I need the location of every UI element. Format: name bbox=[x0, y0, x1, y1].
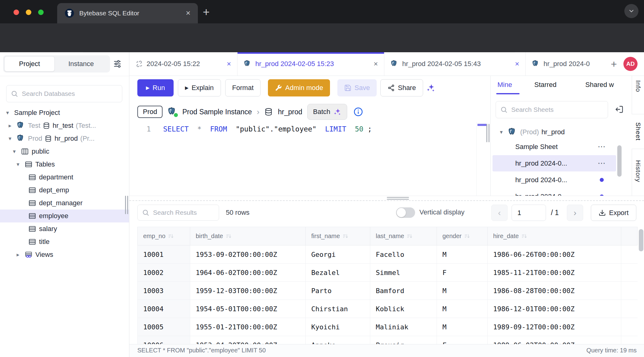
tree-item-hr-prod[interactable]: ▾ Prod hr_prod (Pr... bbox=[0, 132, 129, 145]
cell[interactable]: 1986-12-01T00:00:00Z bbox=[488, 300, 621, 318]
cell[interactable]: 1986-06-26T00:00:00Z bbox=[488, 245, 621, 263]
cell[interactable]: M bbox=[437, 282, 488, 300]
cell[interactable]: 1953-04-20T00:00:00Z bbox=[190, 336, 306, 344]
cell[interactable]: Koblick bbox=[370, 300, 437, 318]
cell[interactable]: 1959-12-03T00:00:00Z bbox=[190, 282, 306, 300]
tab-project[interactable]: Project bbox=[4, 56, 55, 72]
cell[interactable]: Parto bbox=[306, 282, 370, 300]
cell[interactable]: Chirstian bbox=[306, 300, 370, 318]
cell[interactable]: M bbox=[437, 245, 488, 263]
caret-down-icon[interactable]: ▾ bbox=[9, 135, 17, 142]
close-icon[interactable]: × bbox=[515, 60, 519, 68]
sheet-item[interactable]: hr_prod 2024-0... bbox=[493, 188, 616, 196]
prev-page-button[interactable]: ‹ bbox=[491, 205, 508, 221]
sort-icon[interactable] bbox=[226, 233, 232, 239]
column-header[interactable]: hire_date bbox=[488, 227, 621, 245]
tree-item-table-dept-emp[interactable]: dept_emp bbox=[0, 184, 129, 197]
table-row[interactable]: 10004 1954-05-01T00:00:00Z Chirstian Kob… bbox=[137, 300, 638, 318]
cell[interactable]: M bbox=[437, 318, 488, 336]
column-header[interactable]: birth_date bbox=[190, 227, 306, 245]
tab-shared[interactable]: Shared w bbox=[585, 81, 614, 89]
tab-history[interactable]: History bbox=[634, 160, 642, 182]
database-name[interactable]: hr_prod bbox=[278, 108, 302, 116]
sheet-item[interactable]: hr_prod 2024-0... bbox=[493, 172, 616, 188]
cell[interactable]: Georgi bbox=[306, 245, 370, 263]
new-tab-button[interactable]: + bbox=[203, 4, 210, 20]
database-search[interactable] bbox=[6, 85, 122, 102]
cell[interactable]: 1955-01-21T00:00:00Z bbox=[190, 318, 306, 336]
cell[interactable]: 10004 bbox=[137, 300, 190, 318]
cell[interactable]: Kyoichi bbox=[306, 318, 370, 336]
table-row[interactable]: 10005 1955-01-21T00:00:00Z Kyoichi Malin… bbox=[137, 318, 638, 336]
ai-assistant-button[interactable] bbox=[426, 83, 435, 92]
results-resize-divider[interactable] bbox=[129, 196, 644, 200]
cell[interactable]: 1985-11-21T00:00:00Z bbox=[488, 264, 621, 281]
filter-button[interactable] bbox=[112, 59, 122, 69]
mac-minimize-button[interactable] bbox=[26, 10, 31, 15]
table-row[interactable]: 10003 1959-12-03T00:00:00Z Parto Bamford… bbox=[137, 282, 638, 300]
tree-item-table-department[interactable]: department bbox=[0, 171, 129, 184]
tab-starred[interactable]: Starred bbox=[534, 81, 556, 89]
cell[interactable]: Bamford bbox=[370, 282, 437, 300]
caret-down-icon[interactable]: ▾ bbox=[17, 161, 25, 168]
cell[interactable]: 10001 bbox=[137, 245, 190, 263]
sheet-group-row[interactable]: ▾ (Prod) hr_prod bbox=[491, 125, 632, 139]
sheet-tab[interactable]: hr_prod 2024-02-05 15:43 × bbox=[384, 52, 526, 76]
tab-info[interactable]: Info bbox=[634, 80, 642, 92]
database-search-input[interactable] bbox=[21, 90, 118, 98]
page-number-input[interactable] bbox=[512, 205, 546, 221]
close-icon[interactable]: × bbox=[227, 60, 231, 68]
table-row[interactable]: 10006 1953-04-20T00:00:00Z Anneke Preusi… bbox=[137, 336, 638, 344]
browser-tab[interactable]: Bytebase SQL Editor × bbox=[57, 3, 198, 23]
cell[interactable]: 1989-09-12T00:00:00Z bbox=[488, 318, 621, 336]
sql-code-line[interactable]: SELECT * FROM "public"."employee" LIMIT … bbox=[163, 125, 372, 133]
caret-down-icon[interactable]: ▾ bbox=[13, 148, 21, 155]
cell[interactable]: F bbox=[437, 264, 488, 281]
instance-name[interactable]: Prod Sample Instance bbox=[182, 108, 252, 116]
tree-item-table-salary[interactable]: salary bbox=[0, 222, 129, 235]
column-header[interactable]: emp_no bbox=[137, 227, 190, 245]
vertical-display-toggle[interactable] bbox=[396, 207, 415, 218]
tree-item-hr-test[interactable]: ▸ Test hr_test (Test... bbox=[0, 119, 129, 132]
sort-icon[interactable] bbox=[406, 233, 413, 239]
more-menu-icon[interactable]: ⋯ bbox=[598, 159, 606, 168]
sheet-search[interactable] bbox=[496, 101, 608, 118]
tree-item-table-employee[interactable]: employee bbox=[0, 210, 129, 222]
tree-item-table-title[interactable]: title bbox=[0, 235, 129, 248]
tab-mine[interactable]: Mine bbox=[497, 81, 512, 89]
cell[interactable]: 1964-06-02T00:00:00Z bbox=[190, 264, 306, 281]
caret-right-icon[interactable]: ▸ bbox=[9, 122, 17, 129]
sheet-item[interactable]: Sample Sheet ⋯ bbox=[493, 139, 616, 155]
tree-item-schema-public[interactable]: ▾ public bbox=[0, 145, 129, 158]
tree-item-project[interactable]: ▾ Sample Project bbox=[0, 106, 129, 119]
sheet-list-scrollbar[interactable] bbox=[617, 145, 622, 177]
cell[interactable]: Preusig bbox=[370, 336, 437, 344]
table-row[interactable]: 10001 1953-09-02T00:00:00Z Georgi Facell… bbox=[137, 245, 638, 264]
sheet-item-selected[interactable]: hr_prod 2024-0... ⋯ bbox=[493, 155, 616, 171]
batch-button[interactable]: Batch bbox=[307, 104, 347, 120]
sort-icon[interactable] bbox=[521, 233, 527, 239]
add-sheet-button[interactable]: + bbox=[608, 58, 620, 70]
sort-icon[interactable] bbox=[168, 233, 174, 239]
caret-down-icon[interactable]: ▾ bbox=[6, 109, 14, 116]
save-button[interactable]: Save bbox=[337, 79, 377, 96]
query-info-button[interactable] bbox=[353, 107, 363, 117]
cell[interactable]: Simmel bbox=[370, 264, 437, 281]
caret-right-icon[interactable]: ▸ bbox=[17, 251, 25, 258]
explain-button[interactable]: ▶ Explain bbox=[178, 79, 221, 96]
admin-mode-button[interactable]: Admin mode bbox=[268, 79, 330, 96]
tree-item-table-dept-manager[interactable]: dept_manager bbox=[0, 197, 129, 210]
column-header[interactable]: last_name bbox=[370, 227, 437, 245]
cell[interactable]: 1954-05-01T00:00:00Z bbox=[190, 300, 306, 318]
cell[interactable]: M bbox=[437, 300, 488, 318]
next-page-button[interactable]: › bbox=[567, 205, 583, 221]
user-avatar[interactable]: AD bbox=[623, 57, 638, 71]
sheet-search-input[interactable] bbox=[511, 106, 603, 114]
cell[interactable]: 10002 bbox=[137, 264, 190, 281]
cell[interactable]: 10006 bbox=[137, 336, 190, 344]
sheet-tab[interactable]: hr_prod 2024-0 bbox=[526, 52, 606, 76]
sheet-tab-active[interactable]: hr_prod 2024-02-05 15:23 × bbox=[238, 52, 384, 76]
cell[interactable]: 1986-08-28T00:00:00Z bbox=[488, 282, 621, 300]
table-row[interactable]: 10002 1964-06-02T00:00:00Z Bezalel Simme… bbox=[137, 264, 638, 282]
mac-close-button[interactable] bbox=[14, 10, 19, 15]
